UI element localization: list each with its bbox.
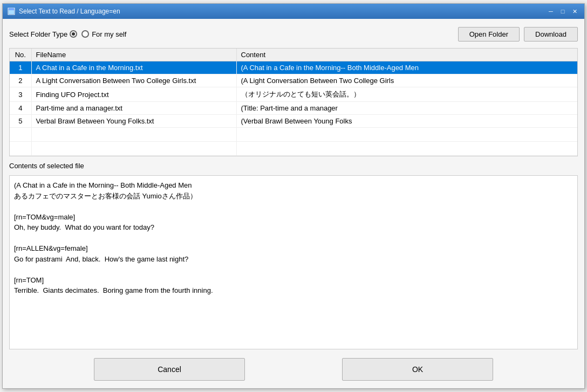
download-button[interactable]: Download: [524, 27, 578, 42]
cell-no: 5: [10, 115, 31, 128]
text-content-inner[interactable]: (A Chat in a Cafe in the Morning-- Both …: [10, 176, 577, 349]
empty-row: [10, 128, 577, 142]
table-row[interactable]: 4Part-time and a manager.txt(Title: Part…: [10, 102, 577, 115]
file-table-body: 1A Chat in a Cafe in the Morning.txt(A C…: [10, 61, 577, 156]
cell-no: 3: [10, 87, 31, 102]
for-myself-label: For my self: [92, 30, 126, 38]
window-icon: [7, 7, 16, 16]
for-myself-radio[interactable]: [81, 30, 89, 38]
main-window: Select Text to Read / Language=en ─ □ ✕ …: [2, 3, 585, 389]
ok-button[interactable]: OK: [342, 358, 493, 381]
table-row[interactable]: 1A Chat in a Cafe in the Morning.txt(A C…: [10, 61, 577, 74]
contents-section-label: Contents of selected file: [9, 161, 578, 171]
maximize-button[interactable]: □: [557, 6, 568, 16]
cell-content: （オリジナルのとても短い英会話。）: [236, 87, 577, 102]
text-content-area[interactable]: (A Chat in a Cafe in the Morning-- Both …: [9, 175, 578, 349]
minimize-button[interactable]: ─: [545, 6, 556, 16]
select-folder-type-label: Select Folder Type: [9, 30, 77, 38]
table-row[interactable]: 3Finding UFO Project.txt（オリジナルのとても短い英会話。…: [10, 87, 577, 102]
toolbar: Select Folder Type For my self Open Fold…: [9, 24, 578, 44]
empty-row: [10, 142, 577, 156]
cell-filename: Finding UFO Project.txt: [31, 87, 236, 102]
cell-content: (A Chat in a Cafe in the Morning-- Both …: [236, 61, 577, 74]
col-header-filename: FileName: [31, 49, 236, 61]
cell-filename: A Chat in a Cafe in the Morning.txt: [31, 61, 236, 74]
toolbar-buttons: Open Folder Download: [458, 27, 578, 42]
svg-rect-2: [9, 8, 14, 10]
cell-filename: Verbal Brawl Between Young Folks.txt: [31, 115, 236, 128]
file-table: No. FileName Content 1A Chat in a Cafe i…: [10, 49, 577, 156]
cell-no: 4: [10, 102, 31, 115]
col-header-no: No.: [10, 49, 31, 61]
cell-content: (Verbal Brawl Between Young Folks: [236, 115, 577, 128]
table-header-row: No. FileName Content: [10, 49, 577, 61]
file-table-section: No. FileName Content 1A Chat in a Cafe i…: [9, 48, 578, 156]
cell-content: (Title: Part-time and a manager: [236, 102, 577, 115]
toolbar-left: Select Folder Type For my self: [9, 30, 449, 38]
window-controls: ─ □ ✕: [545, 6, 580, 16]
col-header-content: Content: [236, 49, 577, 61]
window-title: Select Text to Read / Language=en: [19, 8, 545, 15]
for-myself-option[interactable]: For my self: [81, 30, 126, 38]
table-row[interactable]: 2A Light Conversation Between Two Colleg…: [10, 74, 577, 87]
bottom-buttons: Cancel OK: [9, 354, 578, 383]
title-bar: Select Text to Read / Language=en ─ □ ✕: [3, 4, 584, 19]
cell-filename: A Light Conversation Between Two College…: [31, 74, 236, 87]
cell-content: (A Light Conversation Between Two Colleg…: [236, 74, 577, 87]
cell-no: 1: [10, 61, 31, 74]
open-folder-button[interactable]: Open Folder: [458, 27, 520, 42]
content-area: Select Folder Type For my self Open Fold…: [3, 19, 584, 388]
cell-no: 2: [10, 74, 31, 87]
close-button[interactable]: ✕: [569, 6, 580, 16]
table-row[interactable]: 5Verbal Brawl Between Young Folks.txt(Ve…: [10, 115, 577, 128]
cell-filename: Part-time and a manager.txt: [31, 102, 236, 115]
cancel-button[interactable]: Cancel: [94, 358, 245, 381]
svg-rect-1: [9, 10, 14, 14]
select-folder-radio[interactable]: [70, 30, 77, 38]
